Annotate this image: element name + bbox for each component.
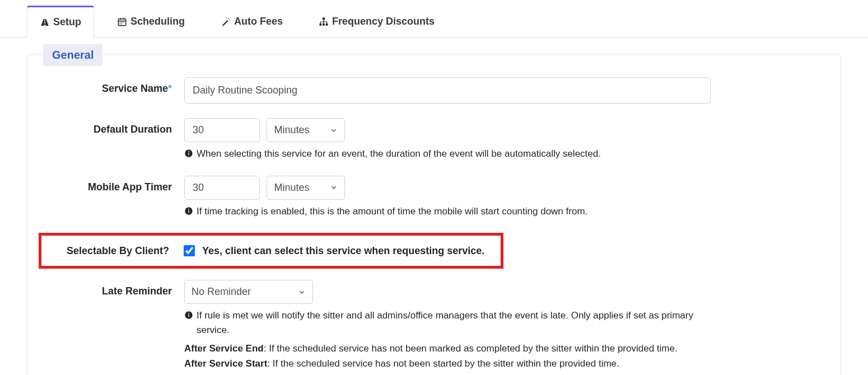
sitemap-icon	[319, 17, 329, 27]
info-icon	[184, 207, 193, 215]
selectable-check-label: Yes, client can select this service when…	[202, 245, 484, 257]
svg-rect-23	[188, 315, 189, 317]
row-selectable-by-client: Selectable By Client? Yes, client can se…	[39, 233, 503, 269]
svg-rect-6	[123, 22, 124, 23]
label-default-duration: Default Duration	[44, 118, 184, 135]
label-late-reminder: Late Reminder	[44, 280, 184, 297]
svg-point-24	[188, 313, 189, 314]
svg-point-11	[226, 17, 227, 18]
rule-after-end-label: After Service End	[184, 343, 264, 354]
select-value: Minutes	[274, 124, 309, 136]
road-icon	[40, 17, 50, 27]
label-mobile-timer: Mobile App Timer	[44, 176, 184, 193]
svg-rect-13	[320, 24, 322, 26]
required-mark: *	[168, 83, 172, 94]
svg-rect-5	[122, 22, 123, 23]
row-default-duration: Default Duration Minutes When selecting …	[44, 118, 824, 161]
tab-setup[interactable]: Setup	[27, 6, 94, 38]
select-value: Minutes	[274, 182, 309, 194]
select-value: No Reminder	[192, 286, 251, 298]
mobile-timer-unit-select[interactable]: Minutes	[267, 176, 345, 200]
tab-label: Scheduling	[130, 16, 185, 27]
wand-icon	[221, 17, 231, 27]
general-panel: General Service Name* Default Duration M…	[27, 54, 841, 375]
rule-after-start-label: After Service Start	[184, 358, 267, 369]
row-mobile-timer: Mobile App Timer Minutes If time trackin…	[44, 176, 824, 219]
info-icon	[184, 149, 193, 158]
svg-rect-12	[323, 17, 325, 20]
svg-rect-14	[323, 24, 325, 26]
tab-auto-fees[interactable]: Auto Fees	[208, 6, 296, 37]
row-late-reminder: Late Reminder No Reminder If rule is met…	[44, 280, 824, 371]
section-title: General	[43, 44, 102, 66]
svg-rect-4	[120, 22, 121, 23]
tab-label: Setup	[53, 16, 81, 28]
chevron-down-icon	[330, 126, 338, 134]
svg-rect-20	[188, 210, 189, 213]
mobile-timer-input[interactable]	[184, 176, 260, 200]
info-icon	[184, 311, 193, 320]
calendar-icon	[117, 17, 127, 27]
label-selectable: Selectable By Client?	[41, 245, 181, 257]
help-mobile-timer: If time tracking is enabled, this is the…	[184, 204, 722, 219]
svg-rect-17	[188, 153, 189, 156]
svg-rect-15	[326, 24, 328, 26]
svg-point-21	[188, 208, 189, 209]
chevron-down-icon	[330, 184, 338, 191]
late-reminder-select[interactable]: No Reminder	[184, 280, 313, 304]
svg-point-10	[229, 20, 230, 21]
tab-scheduling[interactable]: Scheduling	[104, 6, 198, 37]
service-name-input[interactable]	[184, 77, 711, 104]
svg-rect-8	[122, 24, 123, 25]
svg-rect-7	[120, 24, 121, 25]
tab-frequency-discounts[interactable]: Frequency Discounts	[306, 6, 447, 37]
selectable-check-wrap: Yes, client can select this service when…	[181, 243, 484, 258]
label-service-name: Service Name*	[44, 77, 184, 95]
help-late-reminder: If rule is met we will notify the sitter…	[184, 308, 722, 337]
svg-point-9	[228, 18, 229, 19]
help-default-duration: When selecting this service for an event…	[184, 147, 722, 161]
tab-label: Auto Fees	[234, 16, 283, 27]
tab-label: Frequency Discounts	[332, 16, 435, 27]
chevron-down-icon	[298, 288, 306, 296]
svg-point-18	[188, 151, 189, 152]
default-duration-unit-select[interactable]: Minutes	[267, 118, 345, 142]
row-service-name: Service Name*	[44, 77, 824, 104]
selectable-checkbox[interactable]	[184, 245, 195, 256]
default-duration-input[interactable]	[184, 118, 260, 142]
tab-bar: Setup Scheduling Auto Fees Frequency Dis…	[0, 6, 868, 38]
late-reminder-rules: After Service End: If the scheduled serv…	[184, 341, 722, 371]
